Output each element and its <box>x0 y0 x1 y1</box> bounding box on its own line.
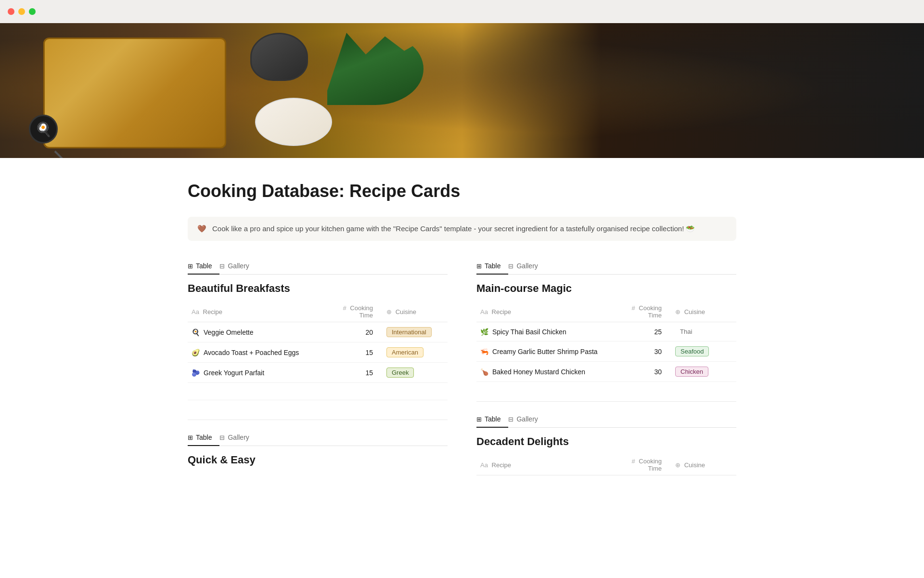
gallery-icon: ⊟ <box>508 263 513 270</box>
recipe-name: 🥑 Avocado Toast + Poached Eggs <box>192 349 327 356</box>
recipe-emoji: 🍗 <box>480 368 488 376</box>
col-header-time: # Cooking Time <box>619 302 671 322</box>
col-header-cuisine: ⊕ Cuisine <box>671 302 736 322</box>
quick-table-tab[interactable]: ⊞ Table <box>188 430 219 446</box>
cooking-time: 15 <box>331 363 383 383</box>
info-text: Cook like a pro and spice up your kitche… <box>212 224 695 233</box>
table-row[interactable]: 🫐 Greek Yogurt Parfait 15 Greek <box>188 363 448 383</box>
main-tab-bar: ⊞ Table ⊟ Gallery <box>476 258 736 275</box>
hero-banner: 🍳 <box>0 23 924 158</box>
info-emoji: 🤎 <box>197 224 206 233</box>
quick-section-title: Quick & Easy <box>188 454 448 466</box>
quick-tab-bar: ⊞ Table ⊟ Gallery <box>188 430 448 446</box>
col-header-time: # Cooking Time <box>619 455 671 475</box>
main-table: Aa Recipe # Cooking Time ⊕ Cuisine <box>476 302 736 382</box>
recipe-emoji: 🦐 <box>480 348 488 355</box>
section-breakfasts: ⊞ Table ⊟ Gallery Beautiful Breakfasts A… <box>188 258 448 400</box>
breakfast-tab-bar: ⊞ Table ⊟ Gallery <box>188 258 448 275</box>
logo-icon: 🍳 <box>29 115 63 148</box>
table-icon: ⊞ <box>188 263 193 270</box>
table-row[interactable]: 🦐 Creamy Garlic Butter Shrimp Pasta 30 S… <box>476 342 736 362</box>
recipe-title: Baked Honey Mustard Chicken <box>492 368 585 376</box>
decadent-tab-bar: ⊞ Table ⊟ Gallery <box>476 411 736 428</box>
recipe-emoji: 🍳 <box>192 328 200 336</box>
mortar-decoration <box>250 33 308 81</box>
cooking-time: 15 <box>331 342 383 363</box>
aa-icon: Aa <box>192 308 199 315</box>
cooking-time: 30 <box>619 342 671 362</box>
left-column: ⊞ Table ⊟ Gallery Beautiful Breakfasts A… <box>188 258 448 495</box>
cooking-time: 25 <box>619 322 671 342</box>
recipe-name: 🦐 Creamy Garlic Butter Shrimp Pasta <box>480 348 616 355</box>
quick-gallery-tab[interactable]: ⊟ Gallery <box>219 430 257 446</box>
cuisine-badge: Greek <box>386 368 414 378</box>
recipe-name: 🍳 Veggie Omelette <box>192 328 327 336</box>
recipe-emoji: 🫐 <box>192 369 200 377</box>
circle-icon: ⊕ <box>675 461 680 469</box>
decadent-table: Aa Recipe # Cooking Time ⊕ Cuisine <box>476 455 736 475</box>
main-table-tab[interactable]: ⊞ Table <box>476 258 508 275</box>
logo-circle: 🍳 <box>29 115 58 144</box>
aa-icon: Aa <box>480 308 488 315</box>
decadent-table-tab[interactable]: ⊞ Table <box>476 411 508 428</box>
breakfast-section-title: Beautiful Breakfasts <box>188 282 448 295</box>
recipe-name: 🌿 Spicy Thai Basil Chicken <box>480 328 616 336</box>
cuisine-badge: International <box>386 327 432 337</box>
main-section-title: Main-course Magic <box>476 282 736 295</box>
databases-grid: ⊞ Table ⊟ Gallery Beautiful Breakfasts A… <box>188 258 736 495</box>
cooking-time: 30 <box>619 362 671 382</box>
breakfast-table-tab[interactable]: ⊞ Table <box>188 258 219 275</box>
gallery-icon: ⊟ <box>508 416 513 423</box>
info-box: 🤎 Cook like a pro and spice up your kitc… <box>188 217 736 241</box>
col-header-cuisine: ⊕ Cuisine <box>383 302 448 322</box>
close-button[interactable] <box>8 8 14 15</box>
recipe-title: Veggie Omelette <box>204 328 254 336</box>
breakfast-gallery-tab[interactable]: ⊟ Gallery <box>219 258 257 275</box>
recipe-emoji: 🥑 <box>192 349 200 356</box>
hash-icon: # <box>631 304 635 312</box>
minimize-button[interactable] <box>18 8 25 15</box>
recipe-emoji: 🌿 <box>480 328 488 336</box>
main-content: Cooking Database: Recipe Cards 🤎 Cook li… <box>149 158 775 514</box>
section-quick-easy: ⊞ Table ⊟ Gallery Quick & Easy <box>188 420 448 466</box>
circle-icon: ⊕ <box>386 308 392 315</box>
recipe-title: Greek Yogurt Parfait <box>204 369 264 377</box>
cooking-time: 20 <box>331 322 383 342</box>
table-row[interactable]: 🥑 Avocado Toast + Poached Eggs 15 Americ… <box>188 342 448 363</box>
table-row[interactable]: 🌿 Spicy Thai Basil Chicken 25 Thai <box>476 322 736 342</box>
cutting-board-decoration <box>43 38 226 148</box>
cuisine-badge: Thai <box>675 327 697 336</box>
hash-icon: # <box>631 458 635 465</box>
table-row[interactable]: 🍳 Veggie Omelette 20 International <box>188 322 448 342</box>
empty-table-row <box>188 383 448 400</box>
recipe-title: Spicy Thai Basil Chicken <box>492 328 566 336</box>
col-header-recipe: Aa Recipe <box>476 455 619 475</box>
decadent-section-title: Decadent Delights <box>476 435 736 448</box>
recipe-name: 🍗 Baked Honey Mustard Chicken <box>480 368 616 376</box>
cuisine-badge: Seafood <box>675 346 709 356</box>
decadent-gallery-tab[interactable]: ⊟ Gallery <box>508 411 545 428</box>
table-row[interactable]: 🍗 Baked Honey Mustard Chicken 30 Chicken <box>476 362 736 382</box>
gallery-icon: ⊟ <box>219 263 225 270</box>
recipe-title: Creamy Garlic Butter Shrimp Pasta <box>492 348 598 355</box>
right-column: ⊞ Table ⊟ Gallery Main-course Magic Aa <box>476 258 736 495</box>
table-icon: ⊞ <box>188 434 193 441</box>
gallery-icon: ⊟ <box>219 434 225 441</box>
circle-icon: ⊕ <box>675 308 680 315</box>
section-decadent: ⊞ Table ⊟ Gallery Decadent Delights Aa <box>476 401 736 475</box>
maximize-button[interactable] <box>29 8 36 15</box>
col-header-cuisine: ⊕ Cuisine <box>671 455 736 475</box>
section-main-course: ⊞ Table ⊟ Gallery Main-course Magic Aa <box>476 258 736 382</box>
page-title: Cooking Database: Recipe Cards <box>188 181 736 201</box>
recipe-name: 🫐 Greek Yogurt Parfait <box>192 369 327 377</box>
main-gallery-tab[interactable]: ⊟ Gallery <box>508 258 545 275</box>
table-icon: ⊞ <box>476 263 482 270</box>
breakfast-table: Aa Recipe # Cooking Time ⊕ Cuisine <box>188 302 448 400</box>
aa-icon: Aa <box>480 461 488 469</box>
col-header-time: # Cooking Time <box>331 302 383 322</box>
col-header-recipe: Aa Recipe <box>476 302 619 322</box>
cuisine-badge: American <box>386 347 424 357</box>
recipe-title: Avocado Toast + Poached Eggs <box>204 349 299 356</box>
spice-bowl-decoration <box>255 98 332 146</box>
col-header-recipe: Aa Recipe <box>188 302 331 322</box>
